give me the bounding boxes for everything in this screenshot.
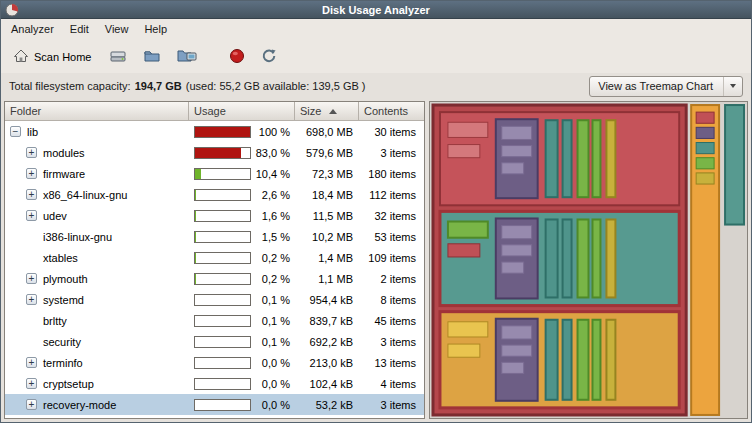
treemap-rect[interactable] [502,126,532,139]
column-header-contents[interactable]: Contents [359,102,424,121]
treemap-rect[interactable] [448,344,480,357]
treemap-rect[interactable] [592,219,600,297]
treemap-rect[interactable] [546,120,558,197]
treemap-rect[interactable] [696,112,714,123]
usage-percent: 10,4 % [255,168,290,180]
treemap-rect[interactable] [606,120,615,197]
folder-name: x86_64-linux-gnu [43,189,127,201]
expand-expander-icon[interactable]: + [26,147,37,158]
column-header-usage[interactable]: Usage [189,102,295,121]
treemap-rect[interactable] [502,326,532,339]
treemap-rect[interactable] [606,219,615,297]
expand-expander-icon[interactable]: + [26,189,37,200]
treemap-rect[interactable] [502,163,524,174]
sort-ascending-icon [329,109,337,114]
scan-folder-button[interactable] [139,45,165,69]
table-row[interactable]: brltty0,1 %839,7 kB45 items [5,310,424,331]
treemap-rect[interactable] [563,120,572,197]
usage-bar [194,252,251,264]
collapse-expander-icon[interactable]: − [10,126,21,137]
expand-expander-icon[interactable]: + [26,294,37,305]
expand-expander-icon[interactable]: + [26,273,37,284]
refresh-button[interactable] [257,45,281,69]
treemap-rect[interactable] [578,320,589,400]
menu-analyzer[interactable]: Analyzer [3,19,62,40]
expand-expander-icon[interactable]: + [26,357,37,368]
menu-edit[interactable]: Edit [62,19,97,40]
table-row[interactable]: +recovery-mode0,0 %53,2 kB3 items [5,394,424,415]
expand-expander-icon[interactable]: + [26,168,37,179]
folder-name: cryptsetup [43,378,94,390]
table-row[interactable]: +firmware10,4 %72,3 MB180 items [5,163,424,184]
contents-value: 3 items [359,394,424,415]
table-row[interactable]: +systemd0,1 %954,4 kB8 items [5,289,424,310]
treemap-rect[interactable] [696,173,714,184]
table-row[interactable]: +cryptsetup0,0 %102,4 kB4 items [5,373,424,394]
treemap-rect[interactable] [578,120,589,197]
table-row[interactable]: +udev1,6 %11,5 MB32 items [5,205,424,226]
main-content: Folder Usage Size Contents −lib100 %698,… [1,99,751,422]
expand-expander-icon[interactable]: + [26,378,37,389]
refresh-icon [261,48,277,66]
treemap-rect[interactable] [563,219,572,297]
treemap-rect[interactable] [502,362,524,373]
treemap-rect[interactable] [448,222,488,238]
treemap-rect[interactable] [592,320,600,400]
stop-button[interactable] [225,45,249,69]
treemap-rect[interactable] [502,226,532,239]
contents-value: 3 items [359,142,424,163]
table-row[interactable]: +modules83,0 %579,6 MB3 items [5,142,424,163]
usage-bar [194,273,251,285]
usage-percent: 0,1 % [255,336,290,348]
usage-bar [194,357,251,369]
home-icon [13,48,29,66]
treemap-rect[interactable] [448,244,480,257]
treemap-rect[interactable] [502,345,532,356]
treemap-rect[interactable] [725,105,744,225]
table-row[interactable]: +plymouth0,2 %1,1 MB2 items [5,268,424,289]
treemap-rect[interactable] [448,322,488,337]
size-value: 1,4 MB [295,247,359,268]
contents-value: 4 items [359,373,424,394]
treemap-rect[interactable] [546,219,558,297]
treemap-rect[interactable] [578,219,589,297]
table-row[interactable]: i386-linux-gnu1,5 %10,2 MB53 items [5,226,424,247]
size-value: 18,4 MB [295,184,359,205]
treemap-rect[interactable] [546,320,558,400]
scan-home-button[interactable]: Scan Home [7,45,97,69]
column-header-size[interactable]: Size [295,102,359,121]
treemap-rect[interactable] [696,158,714,169]
column-header-folder[interactable]: Folder [5,102,189,121]
scan-remote-folder-button[interactable] [173,45,201,69]
treemap-rect[interactable] [448,145,480,158]
menu-view[interactable]: View [97,19,137,40]
treemap-rect[interactable] [696,143,714,154]
table-row[interactable]: xtables0,2 %1,4 MB109 items [5,247,424,268]
expand-expander-icon[interactable]: + [26,399,37,410]
treemap-pane[interactable] [429,101,748,419]
folder-name: firmware [43,168,85,180]
table-row[interactable]: security0,1 %692,2 kB3 items [5,331,424,352]
folder-name: xtables [43,252,78,264]
treemap-rect[interactable] [502,245,532,256]
treemap-rect[interactable] [592,120,600,197]
size-value: 692,2 kB [295,331,359,352]
treemap-rect[interactable] [606,320,615,400]
expand-expander-icon[interactable]: + [26,210,37,221]
size-value: 11,5 MB [295,205,359,226]
table-row[interactable]: +terminfo0,0 %213,0 kB13 items [5,352,424,373]
scan-filesystem-button[interactable] [105,45,131,69]
title-bar[interactable]: Disk Usage Analyzer [1,1,751,19]
table-row[interactable]: +x86_64-linux-gnu2,6 %18,4 MB112 items [5,184,424,205]
table-row[interactable]: −lib100 %698,0 MB30 items [5,121,424,142]
menu-help[interactable]: Help [136,19,175,40]
view-as-select[interactable]: View as Treemap Chart [589,76,743,97]
contents-value: 180 items [359,163,424,184]
size-value: 579,6 MB [295,142,359,163]
treemap-rect[interactable] [563,320,572,400]
treemap-rect[interactable] [696,127,714,138]
treemap-rect[interactable] [502,146,532,157]
treemap-rect[interactable] [448,122,488,137]
size-value: 1,1 MB [295,268,359,289]
treemap-rect[interactable] [502,262,524,273]
